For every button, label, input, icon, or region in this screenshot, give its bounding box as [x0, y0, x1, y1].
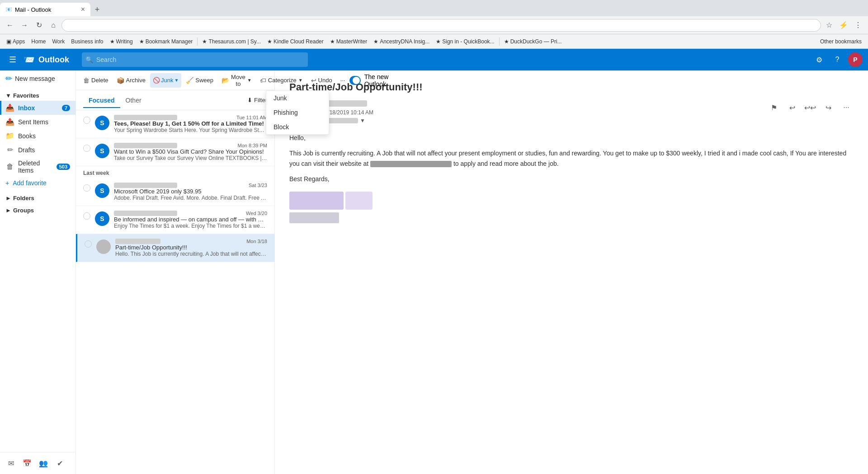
new-message-btn[interactable]: ✏ New message [0, 70, 75, 87]
bookmark-thesaurus[interactable]: ★ Thesaurus.com | Sy... [199, 38, 264, 46]
email-item[interactable]: S Tue 11:01 AM Tees, Please! Buy 1, Get … [76, 110, 274, 138]
people-bottom-btn[interactable]: 👥 [36, 456, 51, 470]
app-menu-btn[interactable]: ☰ [5, 52, 20, 67]
groups-header[interactable]: ► Groups [0, 203, 75, 216]
email-subject: Part-time/Job Opportunity!!! [115, 244, 267, 251]
more-btn[interactable]: ··· [337, 73, 349, 88]
sidebar-item-inbox[interactable]: 📥 Inbox 7 [0, 101, 75, 115]
new-tab-btn[interactable]: + [90, 3, 104, 16]
tab-close-btn[interactable]: × [81, 5, 85, 14]
bookmark-ancestry[interactable]: ★ AncestryDNA Insig... [371, 38, 432, 46]
folders-header[interactable]: ► Folders [0, 191, 75, 203]
bookmark-writing[interactable]: ★ Writing [107, 38, 136, 46]
bookmark-work[interactable]: Work [49, 38, 67, 46]
email-item[interactable]: S Sat 3/23 Microsoft Office 2019 only $3… [76, 178, 274, 206]
junk-menu-item-junk[interactable]: Junk [266, 91, 329, 105]
bookmark-other[interactable]: Other bookmarks [817, 38, 864, 46]
more-actions-btn[interactable]: ··· [839, 100, 854, 115]
sidebar-item-drafts[interactable]: ✏ Drafts [0, 143, 75, 157]
email-item[interactable]: S Mon 8:39 PM Want to Win a $500 Visa Gi… [76, 138, 274, 166]
bookmark-quickbooks[interactable]: ★ Sign in - QuickBook... [433, 38, 497, 46]
refresh-btn[interactable]: ↻ [33, 19, 45, 32]
email-list: S Tue 11:01 AM Tees, Please! Buy 1, Get … [76, 110, 274, 474]
filter-label: Filter [254, 97, 267, 103]
outlook-app: ☰ 📨 Outlook 🔍 ⚙ ? P ✏ New message [0, 49, 868, 474]
outlook-body: ✏ New message ▼ Favorites 📥 Inbox 7 📤 Se… [0, 70, 868, 474]
toggle-switch[interactable] [349, 76, 360, 85]
search-bar[interactable]: 🔍 [82, 52, 308, 67]
email-checkbox[interactable] [83, 145, 90, 152]
bookmark-apps[interactable]: ▣ Apps [4, 38, 28, 46]
bookmark-kindle[interactable]: ★ Kindle Cloud Reader [264, 38, 326, 46]
move-to-btn[interactable]: 📂 Move to ▼ [218, 73, 255, 88]
add-icon: + [5, 179, 9, 187]
email-header-row: Mon 3/18 [115, 239, 267, 244]
settings-btn[interactable]: ⚙ [812, 52, 826, 67]
filter-icon: ⬇ [247, 97, 252, 103]
sent-label: Sent Items [18, 118, 70, 126]
filter-btn[interactable]: ⬇ Filter [247, 97, 267, 103]
home-btn[interactable]: ⌂ [47, 19, 60, 32]
sidebar-item-books[interactable]: 📁 Books [0, 129, 75, 143]
avatar: S [95, 183, 109, 198]
bookmark-manager[interactable]: ★ Bookmark Manager [137, 38, 196, 46]
bookmarks-separator2 [499, 38, 500, 46]
email-checkbox[interactable] [83, 117, 90, 124]
tasks-bottom-btn[interactable]: ✔ [52, 456, 67, 470]
back-btn[interactable]: ← [4, 19, 16, 32]
email-time: Sat 3/23 [249, 183, 267, 188]
expand-recipients-icon[interactable]: ▼ [360, 117, 365, 124]
delete-label: Delete [91, 77, 108, 84]
email-preview: Adobe. Final Draft. Free Avid. More. Ado… [114, 195, 267, 201]
calendar-bottom-btn[interactable]: 📅 [20, 456, 34, 470]
junk-menu-item-block[interactable]: Block [266, 120, 329, 134]
delete-btn[interactable]: 🗑 Delete [80, 73, 112, 88]
email-item-selected[interactable]: Mon 3/18 Part-time/Job Opportunity!!! He… [76, 234, 274, 262]
email-checkbox[interactable] [83, 212, 90, 220]
tab-focused[interactable]: Focused [83, 93, 120, 108]
bookmark-duckduckgo[interactable]: ★ DuckDuckGo — Pri... [501, 38, 565, 46]
flag-btn[interactable]: ⚑ [767, 100, 781, 115]
address-bar[interactable]: https://outlook.office.com/mail/inbox/id… [61, 19, 821, 32]
bookmark-masterwriter[interactable]: ★ MasterWriter [327, 38, 370, 46]
junk-dropdown-btn[interactable]: 🚫 Junk ▼ [150, 73, 181, 88]
bookmark-business[interactable]: Business info [68, 38, 106, 46]
categorize-btn[interactable]: 🏷 Categorize ▼ [256, 73, 307, 88]
sidebar-item-deleted[interactable]: 🗑 Deleted Items 503 [0, 157, 75, 177]
avatar: S [95, 116, 109, 130]
tab-other[interactable]: Other [120, 93, 147, 108]
favorites-header[interactable]: ▼ Favorites [0, 89, 75, 101]
help-btn[interactable]: ? [830, 52, 844, 67]
bookmark-home[interactable]: Home [28, 38, 48, 46]
move-icon: 📂 [222, 77, 229, 84]
email-checkbox[interactable] [85, 240, 92, 248]
bookmark-btn[interactable]: ☆ [823, 19, 835, 32]
forward-btn[interactable]: ↪ [821, 100, 835, 115]
reply-btn[interactable]: ↩ [785, 100, 799, 115]
browser-tab-active[interactable]: 📧 Mail - Outlook × [0, 3, 90, 16]
email-item[interactable]: S Wed 3/20 Be informed and inspired — on… [76, 206, 274, 234]
compose-icon: ✏ [5, 74, 12, 84]
archive-btn[interactable]: 📦 Archive [113, 73, 149, 88]
favorites-label: Favorites [13, 92, 39, 99]
menu-btn[interactable]: ⋮ [852, 19, 864, 32]
sweep-btn[interactable]: 🧹 Sweep [182, 73, 217, 88]
sent-icon: 📤 [5, 117, 14, 126]
sidebar-item-sent[interactable]: 📤 Sent Items [0, 115, 75, 129]
mail-bottom-btn[interactable]: ✉ [4, 456, 18, 470]
reply-all-btn[interactable]: ↩↩ [803, 100, 817, 115]
undo-btn[interactable]: ↩ Undo [307, 73, 336, 88]
extensions-btn[interactable]: ⚡ [837, 19, 850, 32]
add-favorite-btn[interactable]: + Add favorite [0, 177, 75, 189]
user-avatar[interactable]: P [848, 52, 863, 67]
forward-btn[interactable]: → [18, 19, 31, 32]
email-checkbox[interactable] [83, 184, 90, 192]
drafts-label: Drafts [18, 146, 70, 154]
junk-menu-item-phishing[interactable]: Phishing [266, 105, 329, 120]
attachment-bottom-bar [289, 212, 339, 223]
email-group-header: Last week [76, 166, 274, 178]
archive-label: Archive [126, 77, 146, 84]
deleted-label: Deleted Items [18, 160, 53, 174]
email-sender [114, 115, 177, 120]
search-input[interactable] [82, 52, 308, 67]
